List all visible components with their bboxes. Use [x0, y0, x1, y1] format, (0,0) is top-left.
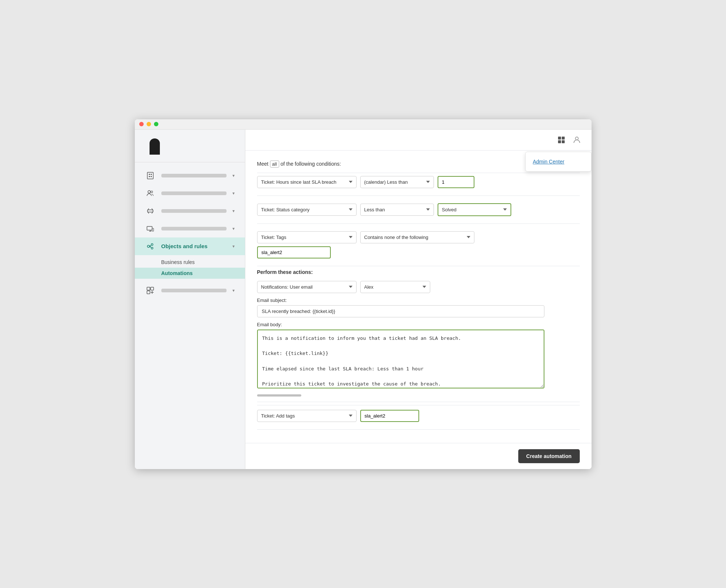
create-automation-button[interactable]: Create automation	[518, 449, 580, 463]
sidebar-item-people[interactable]: ▾	[135, 184, 245, 202]
divider-1	[257, 173, 580, 173]
nav-label-placeholder	[161, 227, 227, 230]
action-row-1: Notifications: User email Alex	[257, 281, 580, 293]
grid-icon[interactable]	[555, 134, 567, 146]
svg-rect-7	[147, 226, 152, 230]
email-subject-label: Email subject:	[257, 297, 580, 303]
sidebar-item-apps[interactable]: ▾	[135, 282, 245, 299]
sidebar-item-business-rules[interactable]: Business rules	[135, 257, 245, 268]
action-notification-value-dropdown[interactable]: Alex	[360, 281, 430, 293]
condition-1-operator-dropdown[interactable]: (calendar) Less than	[360, 176, 434, 188]
user-icon[interactable]	[571, 134, 583, 146]
sub-nav: Business rules Automations	[135, 255, 245, 282]
sidebar-item-objects[interactable]: Objects and rules ▾	[135, 237, 245, 255]
zendesk-logo	[145, 138, 235, 155]
email-body-label: Email body:	[257, 322, 580, 327]
bottom-bar: Create automation	[245, 443, 592, 469]
app-window: ▾ ▾	[135, 119, 592, 469]
objects-icon	[145, 241, 155, 251]
svg-rect-2	[151, 174, 152, 175]
add-tags-row: Ticket: Add tags	[257, 405, 580, 426]
email-body-input[interactable]: This is a notification to inform you tha…	[257, 330, 544, 388]
building-icon	[145, 170, 155, 181]
chevron-down-icon: ▾	[232, 173, 235, 178]
condition-1-field-dropdown[interactable]: Ticket: Hours since last SLA breach	[257, 176, 357, 188]
divider-4	[257, 266, 580, 266]
condition-row-3-top: Ticket: Tags Contains none of the follow…	[257, 231, 474, 243]
admin-center-dropdown: Admin Center	[525, 152, 592, 172]
svg-rect-17	[558, 140, 561, 143]
nav-label-placeholder	[161, 191, 227, 195]
people-icon	[145, 188, 155, 198]
conditions-list: Ticket: Hours since last SLA breach (cal…	[257, 176, 580, 258]
content-area: Meet all of the following conditions: Ti…	[245, 151, 592, 443]
svg-point-5	[148, 190, 150, 193]
sidebar-item-workspaces[interactable]: ▾	[135, 167, 245, 184]
main-content: Admin Center Meet all of the following c…	[245, 130, 592, 469]
svg-point-9	[147, 245, 150, 247]
following-text: of the following conditions:	[280, 161, 341, 167]
add-tags-field-dropdown[interactable]: Ticket: Add tags	[257, 410, 357, 422]
actions-header: Perform these actions:	[257, 269, 580, 275]
sidebar-item-devices[interactable]: ▾	[135, 220, 245, 237]
chevron-down-icon: ▾	[232, 191, 235, 196]
condition-2-value-dropdown[interactable]: Solved	[438, 203, 511, 216]
email-body-section: Email body: This is a notification to in…	[257, 322, 580, 390]
sidebar-item-channels[interactable]: ▾	[135, 202, 245, 220]
condition-3-field-dropdown[interactable]: Ticket: Tags	[257, 231, 357, 243]
svg-point-6	[151, 191, 152, 193]
svg-rect-16	[562, 137, 565, 140]
condition-2-field-dropdown[interactable]: Ticket: Status category	[257, 204, 357, 216]
svg-rect-15	[558, 137, 561, 140]
svg-rect-3	[149, 176, 150, 177]
top-bar: Admin Center	[245, 130, 592, 151]
channels-icon	[145, 206, 155, 216]
nav-label-placeholder	[161, 289, 227, 292]
condition-3-operator-dropdown[interactable]: Contains none of the following	[360, 231, 474, 243]
scrollbar-indicator	[257, 394, 301, 397]
add-tags-value-input[interactable]	[360, 410, 419, 422]
email-subject-section: Email subject:	[257, 297, 580, 317]
svg-rect-1	[149, 174, 150, 175]
svg-rect-14	[147, 291, 150, 294]
action-notification-field-dropdown[interactable]: Notifications: User email	[257, 281, 357, 293]
nav-label-placeholder	[161, 174, 227, 177]
app-body: ▾ ▾	[135, 130, 592, 469]
svg-rect-12	[147, 287, 150, 290]
maximize-dot[interactable]	[154, 122, 158, 126]
condition-row-1: Ticket: Hours since last SLA breach (cal…	[257, 176, 580, 188]
sidebar-item-automations[interactable]: Automations	[135, 268, 245, 279]
chevron-down-icon: ▾	[232, 226, 235, 231]
svg-rect-4	[151, 176, 152, 177]
nav-label-placeholder	[161, 209, 227, 213]
chevron-down-icon: ▾	[232, 244, 235, 249]
condition-3-tag-input[interactable]	[257, 246, 331, 258]
all-condition-word: all	[270, 161, 279, 168]
svg-rect-18	[562, 140, 565, 143]
chevron-down-icon: ▾	[232, 288, 235, 293]
svg-rect-13	[151, 287, 154, 290]
divider-3	[257, 223, 580, 224]
divider-2	[257, 196, 580, 196]
svg-rect-0	[147, 172, 153, 179]
condition-row-2: Ticket: Status category Less than Solved	[257, 203, 580, 216]
divider-5	[257, 402, 580, 402]
chevron-down-icon: ▾	[232, 208, 235, 214]
minimize-dot[interactable]	[147, 122, 151, 126]
admin-center-link[interactable]: Admin Center	[526, 155, 591, 168]
objects-label: Objects and rules	[161, 243, 208, 249]
svg-point-11	[151, 247, 153, 249]
svg-point-19	[575, 137, 578, 140]
divider-6	[257, 429, 580, 430]
condition-2-operator-dropdown[interactable]: Less than	[360, 204, 434, 216]
close-dot[interactable]	[139, 122, 144, 126]
meet-text: Meet	[257, 161, 269, 167]
top-bar-icons	[555, 134, 583, 146]
sidebar: ▾ ▾	[135, 130, 245, 469]
devices-icon	[145, 223, 155, 234]
condition-1-value-input[interactable]	[438, 176, 474, 188]
sidebar-nav: ▾ ▾	[135, 162, 245, 469]
window-chrome	[135, 119, 592, 130]
svg-point-10	[151, 243, 153, 245]
email-subject-input[interactable]	[257, 305, 544, 317]
